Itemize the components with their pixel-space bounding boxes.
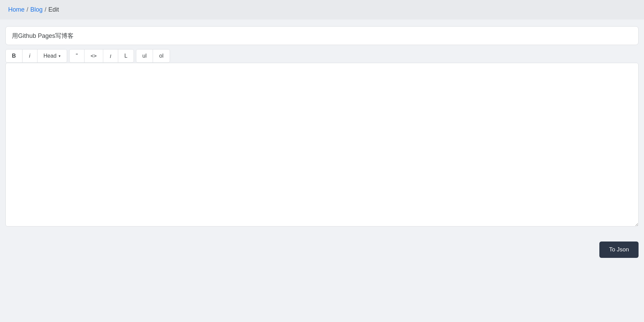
head-label: Head (44, 53, 57, 59)
breadcrumb-edit: Edit (48, 6, 59, 13)
breadcrumb: Home / Blog / Edit (0, 0, 644, 19)
toolbar-group-2: " <> I L (69, 49, 134, 63)
ul-button[interactable]: ul (136, 49, 153, 62)
quote-button[interactable]: " (70, 49, 85, 62)
head-button[interactable]: Head ▾ (37, 49, 67, 62)
toolbar-group-1: B i Head ▾ (5, 49, 67, 63)
breadcrumb-blog[interactable]: Blog (30, 6, 43, 13)
editor-textarea[interactable] (5, 63, 639, 226)
toolbar-group-3: ul ol (136, 49, 170, 63)
toolbar: B i Head ▾ " <> I L ul ol (5, 49, 639, 63)
breadcrumb-sep-2: / (45, 6, 46, 13)
italic-button[interactable]: i (22, 49, 37, 62)
bottom-bar: To Json (0, 236, 644, 263)
list-button[interactable]: L (118, 49, 134, 62)
title-input[interactable] (5, 26, 639, 45)
breadcrumb-sep-1: / (27, 6, 28, 13)
bold-button[interactable]: B (6, 49, 22, 62)
main-content: B i Head ▾ " <> I L ul ol (0, 19, 644, 233)
breadcrumb-home[interactable]: Home (8, 6, 25, 13)
ol-button[interactable]: ol (153, 49, 169, 62)
to-json-button[interactable]: To Json (599, 241, 639, 258)
head-dropdown-arrow: ▾ (59, 54, 61, 58)
code-button[interactable]: <> (85, 49, 103, 62)
link-button[interactable]: I (103, 49, 118, 62)
